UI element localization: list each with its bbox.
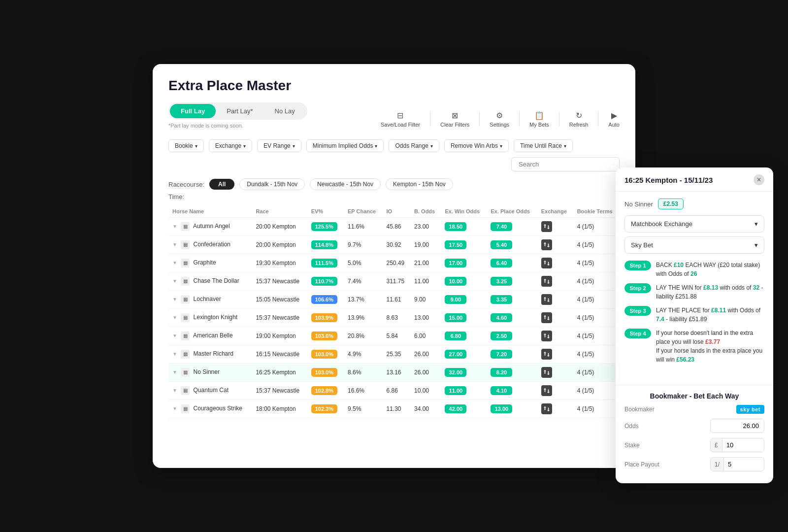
- ex-win-cell: 17.50: [441, 236, 487, 254]
- exchange-dropdown[interactable]: Matchbook Exchange ▾: [624, 215, 764, 233]
- calc-icon[interactable]: ▦: [181, 386, 190, 395]
- calc-icon[interactable]: ▦: [181, 277, 190, 286]
- my-bets-action[interactable]: 📋 My Bets: [529, 111, 549, 128]
- racecourse-dundalk[interactable]: Dundalk - 15th Nov: [239, 178, 305, 190]
- save-load-filter-action[interactable]: ⊟ Save/Load Filter: [381, 111, 420, 128]
- exchange-icon-btn[interactable]: [541, 239, 552, 250]
- table-row[interactable]: ▼ ▦ Autumn Angel 20:00 Kempton 125.5% 11…: [168, 218, 620, 236]
- exchange-icon-btn[interactable]: [541, 276, 552, 287]
- bookmaker-dropdown[interactable]: Sky Bet ▾: [624, 236, 764, 254]
- exchange-icon-btn[interactable]: [541, 349, 552, 360]
- exchange-icon-btn[interactable]: [541, 385, 552, 396]
- ex-place-cell: 2.50: [487, 327, 537, 345]
- bookie-terms-cell: 4 (1/5): [573, 327, 620, 345]
- search-input[interactable]: [511, 157, 620, 171]
- table-row[interactable]: ▼ ▦ Courageous Strike 18:00 Kempton 102.…: [168, 400, 620, 418]
- exchange-cell[interactable]: [537, 272, 573, 291]
- calc-icon[interactable]: ▦: [181, 313, 190, 322]
- min-implied-odds-filter[interactable]: Minimum Implied Odds: [306, 139, 384, 152]
- refresh-action[interactable]: ↻ Refresh: [569, 111, 589, 128]
- bm-stake-label: Stake: [624, 442, 640, 449]
- calc-icon[interactable]: ▦: [181, 368, 190, 377]
- calc-icon[interactable]: ▦: [181, 332, 190, 340]
- exchange-cell[interactable]: [537, 309, 573, 327]
- exchange-cell[interactable]: [537, 254, 573, 272]
- panel-close-button[interactable]: ✕: [754, 174, 764, 185]
- exchange-cell[interactable]: [537, 345, 573, 364]
- ep-chance-cell: 16.6%: [344, 382, 383, 400]
- table-row[interactable]: ▼ ▦ Master Richard 16:15 Newcastle 103.0…: [168, 345, 620, 364]
- bm-stake-input[interactable]: [722, 438, 757, 452]
- exchange-cell[interactable]: [537, 364, 573, 382]
- ev-badge: 102.3%: [311, 404, 337, 413]
- settings-action[interactable]: ⚙ Settings: [490, 111, 509, 128]
- table-row[interactable]: ▼ ▦ Chase The Dollar 15:37 Newcastle 110…: [168, 272, 620, 291]
- th-io: IO: [383, 205, 411, 218]
- table-row[interactable]: ▼ ▦ No Sinner 16:25 Kempton 103.0% 8.6% …: [168, 364, 620, 382]
- calc-icon[interactable]: ▦: [181, 350, 190, 359]
- exchange-icon-btn[interactable]: [541, 294, 552, 305]
- b-odds-cell: 11.00: [410, 272, 441, 291]
- ex-place-badge: 5.40: [491, 240, 512, 249]
- exchange-filter[interactable]: Exchange: [209, 139, 252, 152]
- full-lay-tab[interactable]: Full Lay: [170, 104, 216, 118]
- exchange-cell[interactable]: [537, 382, 573, 400]
- horse-name: Quantum Cat: [194, 387, 229, 394]
- ev-badge: 110.7%: [311, 277, 337, 286]
- exchange-icon-btn[interactable]: [541, 403, 552, 414]
- exchange-cell[interactable]: [537, 291, 573, 309]
- table-row[interactable]: ▼ ▦ Quantum Cat 15:37 Newcastle 102.8% 1…: [168, 382, 620, 400]
- table-row[interactable]: ▼ ▦ Lexington Knight 15:37 Newcastle 103…: [168, 309, 620, 327]
- remove-win-arbs-filter[interactable]: Remove Win Arbs: [444, 139, 509, 152]
- race-cell: 15:05 Newcastle: [252, 291, 307, 309]
- calc-icon[interactable]: ▦: [181, 404, 190, 413]
- calc-icon[interactable]: ▦: [181, 295, 190, 304]
- clear-filters-action[interactable]: ⊠ Clear Filters: [440, 111, 469, 128]
- racecourse-kempton[interactable]: Kempton - 15th Nov: [386, 178, 453, 190]
- table-row[interactable]: ▼ ▦ Lochnaver 15:05 Newcastle 106.6% 13.…: [168, 291, 620, 309]
- toolbar-actions: ⊟ Save/Load Filter ⊠ Clear Filters ⚙ Set…: [381, 111, 620, 128]
- exchange-icon-btn[interactable]: [541, 258, 552, 268]
- race-cell: 15:37 Newcastle: [252, 272, 307, 291]
- table-row[interactable]: ▼ ▦ Confederation 20:00 Kempton 114.8% 9…: [168, 236, 620, 254]
- racecourse-all[interactable]: All: [209, 179, 234, 190]
- exchange-svg: [543, 387, 550, 394]
- calc-icon[interactable]: ▦: [181, 259, 190, 267]
- time-until-race-filter[interactable]: Time Until Race: [514, 139, 573, 152]
- bm-payout-input[interactable]: [724, 458, 758, 471]
- io-cell: 45.86: [383, 218, 411, 236]
- exchange-icon-btn[interactable]: [541, 221, 552, 232]
- table-row[interactable]: ▼ ▦ American Belle 19:00 Kempton 103.6% …: [168, 327, 620, 345]
- odds-range-filter[interactable]: Odds Range: [389, 139, 439, 152]
- table-row[interactable]: ▼ ▦ Graphite 19:30 Kempton 111.5% 5.0% 2…: [168, 254, 620, 272]
- bookie-terms-cell: 4 (1/5): [573, 236, 620, 254]
- b-odds-cell: 21.00: [410, 254, 441, 272]
- exchange-icon-btn[interactable]: [541, 312, 552, 323]
- race-cell: 16:15 Newcastle: [252, 345, 307, 364]
- filter-icon: ⊟: [397, 111, 403, 120]
- exchange-cell[interactable]: [537, 327, 573, 345]
- auto-action[interactable]: ▶ Auto: [608, 111, 620, 128]
- th-b-odds: B. Odds: [410, 205, 441, 218]
- horse-name: Graphite: [194, 259, 216, 266]
- part-lay-tab[interactable]: Part Lay*: [216, 104, 263, 118]
- exchange-icon-btn[interactable]: [541, 331, 552, 341]
- no-lay-tab[interactable]: No Lay: [264, 104, 306, 118]
- racecourse-newcastle[interactable]: Newcastle - 15th Nov: [310, 178, 381, 190]
- step-4-row: Step 4 If your horse doesn't land in the…: [624, 329, 764, 364]
- ex-win-badge: 27.00: [445, 350, 466, 359]
- bm-odds-input[interactable]: [710, 419, 764, 433]
- wallet-icon: 📋: [534, 111, 544, 120]
- bookie-filter[interactable]: Bookie: [168, 139, 204, 152]
- bm-stake-row: Stake £: [624, 438, 764, 452]
- exchange-cell[interactable]: [537, 218, 573, 236]
- exchange-cell[interactable]: [537, 400, 573, 418]
- calc-icon[interactable]: ▦: [181, 222, 190, 231]
- ev-badge: 102.8%: [311, 386, 337, 395]
- arrow-icon: ▼: [172, 260, 177, 266]
- exchange-icon-btn[interactable]: [541, 367, 552, 378]
- calc-icon[interactable]: ▦: [181, 240, 190, 249]
- step-section: Step 1 BACK £10 EACH WAY (£20 total stak…: [624, 261, 764, 364]
- ev-range-filter[interactable]: EV Range: [257, 139, 301, 152]
- exchange-cell[interactable]: [537, 236, 573, 254]
